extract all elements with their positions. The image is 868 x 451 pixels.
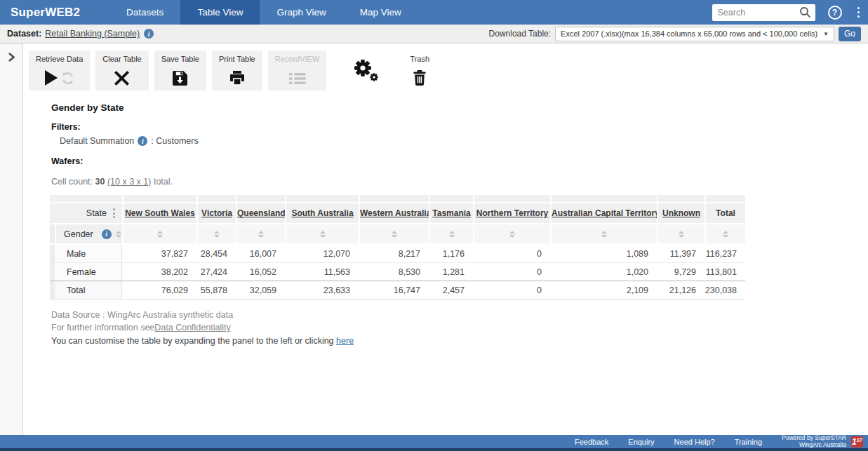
clear-table-label: Clear Table [102, 55, 141, 63]
column-header-link[interactable]: Australian Capital Territory [552, 208, 657, 218]
nav-item-table-view[interactable]: Table View [180, 0, 260, 25]
footer-link-enquiry[interactable]: Enquiry [628, 438, 654, 446]
column-header-link[interactable]: Western Australia [360, 208, 429, 218]
table-footnotes: Data Source : WingArc Australia syntheti… [51, 309, 868, 347]
sort-icon[interactable] [157, 231, 163, 238]
clear-table-button[interactable]: Clear Table [95, 51, 148, 90]
column-header-link[interactable]: Queensland [237, 208, 285, 218]
cell-count-post: total. [151, 177, 173, 187]
column-header-link[interactable]: Victoria [201, 208, 232, 218]
search-input[interactable] [718, 8, 799, 18]
column-sort-cell [285, 224, 359, 245]
sort-icon[interactable] [509, 231, 515, 238]
column-header-link[interactable]: Northern Territory [476, 208, 548, 218]
dataset-label: Dataset: [7, 29, 41, 39]
download-table-group: Download Table: Excel 2007 (.xlsx)(max 1… [489, 27, 861, 41]
superstar-1st-logo: 1ST [851, 436, 863, 447]
row-gutter [50, 281, 55, 299]
table-title: Gender by State [51, 102, 868, 113]
dataset-info-icon[interactable]: i [144, 29, 154, 39]
state-menu-icon[interactable] [112, 207, 116, 220]
save-icon [173, 71, 187, 86]
cell-count-link[interactable]: (10 x 3 x 1) [107, 177, 152, 187]
table-row: Female 38,202 27,424 16,052 11,563 8,530… [50, 263, 745, 281]
data-cell: 37,827 [122, 245, 196, 263]
data-cell: 12,070 [285, 245, 359, 263]
customise-here-link[interactable]: here [336, 336, 354, 346]
nav-item-graph-view[interactable]: Graph View [260, 0, 342, 25]
nav-item-map-view[interactable]: Map View [343, 0, 418, 25]
record-list-icon [289, 72, 306, 86]
nav-item-label: Graph View [276, 7, 326, 18]
sort-icon[interactable] [258, 231, 264, 238]
settings-gears-icon [353, 59, 379, 82]
footer-link-feedback[interactable]: Feedback [575, 438, 608, 446]
column-header: Northern Territory [473, 203, 550, 224]
data-cell: 27,424 [196, 263, 236, 281]
column-sort-cell [196, 224, 236, 245]
column-sort-cell [657, 224, 705, 245]
spacer-cell [122, 195, 196, 203]
sort-icon[interactable] [116, 231, 121, 238]
data-confidentiality-link[interactable]: Data Confidentiality [154, 323, 230, 332]
footer-link-training[interactable]: Training [735, 438, 762, 446]
sort-icon[interactable] [601, 231, 607, 238]
help-icon[interactable]: ? [828, 6, 842, 20]
download-go-button[interactable]: Go [839, 27, 861, 41]
column-sort-cell [236, 224, 285, 245]
footer-bottom-strip [0, 448, 868, 451]
download-table-label: Download Table: [489, 29, 552, 39]
expand-panel-chevron-icon[interactable] [8, 52, 15, 62]
gender-info-icon[interactable]: i [102, 229, 112, 239]
data-source-note: Data Source : WingArc Australia syntheti… [51, 309, 868, 321]
customise-note: You can customise the table by expanding… [51, 335, 868, 347]
spacer-cell [50, 195, 122, 203]
column-header-link[interactable]: South Australia [291, 208, 353, 218]
row-label: Male [55, 245, 122, 263]
sort-icon[interactable] [320, 231, 326, 238]
dataset-link[interactable]: Retail Banking (Sample) [45, 29, 140, 39]
column-header: Australian Capital Territory [550, 203, 657, 224]
overflow-menu-icon[interactable] [856, 6, 862, 20]
column-header-link[interactable]: Tasmania [432, 208, 470, 218]
sort-icon[interactable] [449, 231, 455, 238]
column-header-link[interactable]: New South Wales [125, 208, 195, 218]
save-table-button[interactable]: Save Table [154, 51, 206, 90]
data-cell: 2,457 [429, 281, 473, 299]
powered-line2: WingArc Australia [782, 442, 846, 449]
clear-x-icon [114, 71, 129, 86]
data-cell: 0 [473, 281, 550, 299]
search-icon[interactable] [799, 6, 811, 18]
trash-icon [413, 70, 426, 86]
data-cell: 8,217 [359, 245, 429, 263]
column-axis-label: State [86, 208, 107, 218]
table-options-button[interactable] [353, 51, 379, 90]
powered-by-text: Powered by SuperSTAR WingArc Australia [782, 435, 846, 448]
table-spacer-row [50, 195, 745, 203]
download-format-select[interactable]: Excel 2007 (.xlsx)(max 16,384 columns x … [555, 27, 834, 41]
column-header-link[interactable]: Unknown [662, 208, 700, 218]
sort-icon[interactable] [214, 231, 220, 238]
data-cell: 28,454 [196, 245, 236, 263]
download-format-value: Excel 2007 (.xlsx)(max 16,384 columns x … [561, 29, 817, 38]
column-sort-cell [473, 224, 550, 245]
column-header-total: Total [705, 203, 745, 224]
nav-item-datasets[interactable]: Datasets [109, 0, 180, 25]
spacer-cell [473, 195, 550, 203]
filter-info-icon[interactable]: i [138, 136, 147, 146]
sort-icon[interactable] [392, 231, 397, 238]
data-cell: 113,801 [705, 263, 745, 281]
table-total-row: Total 76,029 55,878 32,059 23,633 16,747… [50, 281, 745, 299]
row-gutter [50, 263, 55, 281]
data-cell: 2,109 [550, 281, 657, 299]
trash-button[interactable]: Trash [410, 51, 429, 90]
column-header-row: State New South Wales Victoria Queenslan… [50, 203, 745, 224]
chevron-down-icon: ▼ [823, 31, 829, 37]
retrieve-data-button[interactable]: Retrieve Data [29, 51, 90, 90]
print-table-button[interactable]: Print Table [212, 51, 262, 90]
table-toolbar: Retrieve Data Clear Table Save Table Pri… [29, 51, 868, 90]
confidentiality-note: For further information seeData Confiden… [51, 321, 868, 334]
footer-link-need-help[interactable]: Need Help? [674, 438, 715, 446]
sort-icon[interactable] [723, 231, 728, 238]
sort-icon[interactable] [679, 231, 684, 238]
